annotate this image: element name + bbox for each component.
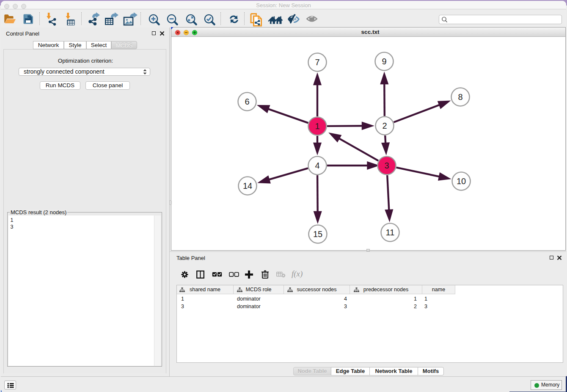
svg-text:15: 15 [313, 229, 322, 239]
svg-text:14: 14 [243, 181, 252, 190]
svg-text:4: 4 [315, 161, 319, 170]
svg-text:3: 3 [384, 161, 389, 170]
svg-text:7: 7 [315, 58, 319, 67]
svg-text:6: 6 [245, 97, 249, 106]
svg-text:10: 10 [457, 177, 466, 186]
svg-text:2: 2 [382, 121, 387, 130]
svg-text:1: 1 [315, 121, 319, 131]
svg-text:11: 11 [386, 228, 395, 237]
svg-text:9: 9 [382, 57, 386, 66]
svg-text:8: 8 [458, 92, 462, 102]
